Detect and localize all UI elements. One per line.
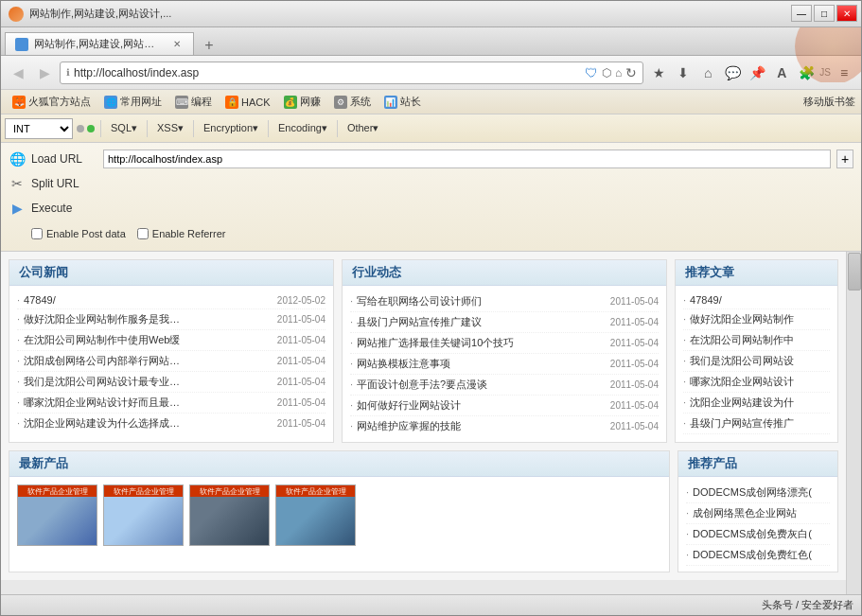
int-select[interactable]: INT STRING: [5, 118, 73, 139]
back-button[interactable]: ◀: [7, 62, 29, 84]
news-header: 公司新闻: [9, 260, 333, 286]
new-products-header: 最新产品: [9, 451, 669, 477]
split-url-row: ✂ Split URL: [9, 171, 853, 196]
content-inner: 公司新闻 47849/ 2012-05-02 做好沈阳企业网站制作服务是我们的 …: [1, 252, 846, 580]
bookmark-coding[interactable]: ⌨ 编程: [169, 93, 218, 111]
bookmark-common[interactable]: 🌐 常用网址: [98, 93, 167, 111]
news-item: 我们是沈阳公司网站设计最专业的公 2011-05-04: [17, 372, 325, 393]
hack-panel: 🌐 Load URL http://localhost/index.asp + …: [1, 143, 861, 252]
recommend-section: 推荐文章 47849/ 做好沈阳企业网站制作 在沈阳公司网站制作中 我们是沈阳公…: [675, 259, 838, 443]
bookmark-mobile[interactable]: 移动版书签: [803, 95, 855, 109]
recommend-item[interactable]: 47849/: [683, 291, 830, 309]
forward-button[interactable]: ▶: [33, 62, 56, 84]
tab-bar: 网站制作,网站建设,网站设计,... ✕ +: [1, 27, 861, 56]
status-bar: 头条号 / 安全爱好者: [1, 594, 861, 615]
dot-green: [87, 125, 95, 132]
news-item: 沈阳成创网络公司内部举行网站建设 2011-05-04: [17, 351, 325, 372]
dot-gray: [77, 125, 84, 132]
news-item: 做好沈阳企业网站制作服务是我们的 2011-05-04: [17, 309, 325, 330]
toolbar-encoding[interactable]: Encoding▾: [273, 120, 333, 136]
close-button[interactable]: ✕: [836, 5, 857, 22]
nav-bar: ◀ ▶ ℹ http://localhost/index.asp 🛡 ⬡ ⌂ ↻…: [1, 56, 861, 90]
industry-item: 网站维护应掌握的技能 2011-05-04: [350, 416, 659, 436]
add-button[interactable]: +: [836, 150, 853, 168]
industry-item: 平面设计创意手法?要点漫谈 2011-05-04: [350, 375, 659, 396]
recommend-item[interactable]: 县级门户网站宣传推广: [683, 414, 830, 434]
bookmark-earn[interactable]: 💰 网赚: [278, 93, 326, 111]
industry-body: 写给在职网络公司设计师们 2011-05-04 县级门户网站宣传推广建议 201…: [343, 286, 666, 442]
toolbar-sep5: [337, 120, 338, 137]
recommend-item[interactable]: 在沈阳公司网站制作中: [683, 330, 830, 351]
product-thumb[interactable]: 软件产品企业管理: [17, 484, 97, 546]
product-thumb[interactable]: 软件产品企业管理: [103, 484, 184, 546]
toolbar-sep1: [100, 120, 101, 137]
home-button[interactable]: ⌂: [696, 62, 719, 84]
industry-item: 如何做好行业网站设计 2011-05-04: [350, 396, 659, 416]
tab-active[interactable]: 网站制作,网站建设,网站设计,... ✕: [5, 32, 194, 55]
industry-item: 网站换模板注意事项 2011-05-04: [350, 354, 659, 375]
enable-referrer-checkbox[interactable]: Enable Referrer: [137, 228, 226, 239]
tab-close-icon[interactable]: ✕: [170, 38, 184, 51]
toolbar-encryption[interactable]: Encryption▾: [198, 120, 264, 136]
recommend-products-section: 推荐产品 DODECMS成创网络漂亮( 成创网络黑色企业网站 DODECMS成创…: [677, 450, 838, 572]
product-link[interactable]: DODECMS成创免费灰白(: [686, 524, 830, 545]
execute-icon: ▶: [9, 200, 26, 217]
download-button[interactable]: ⬇: [672, 62, 695, 84]
product-thumb[interactable]: 软件产品企业管理: [189, 484, 270, 546]
lock-icon: ℹ: [66, 67, 70, 78]
pin-button[interactable]: 📌: [746, 62, 768, 84]
bookmark-system-icon: ⚙: [334, 96, 347, 109]
toolbar-other[interactable]: Other▾: [342, 120, 385, 136]
star-button[interactable]: ★: [647, 62, 670, 84]
scrollbar[interactable]: [846, 252, 861, 601]
recommend-item[interactable]: 我们是沈阳公司网站设: [683, 351, 830, 372]
toolbar-sql[interactable]: SQL▾: [105, 120, 143, 136]
bookmark-hack[interactable]: 🔒 HACK: [220, 94, 276, 111]
industry-item: 网站推广选择最佳关键词10个技巧 2011-05-04: [350, 333, 659, 354]
chat-button[interactable]: 💬: [721, 62, 744, 84]
load-url-row: 🌐 Load URL http://localhost/index.asp +: [9, 147, 853, 171]
bookmark-icon: ⬡: [602, 66, 611, 79]
title-bar: 网站制作,网站建设,网站设计,... — □ ✕: [1, 1, 861, 27]
home-icon: ⌂: [615, 66, 622, 79]
recommend-item[interactable]: 做好沈阳企业网站制作: [683, 309, 830, 330]
execute-row: ▶ Execute: [9, 196, 853, 220]
bookmarks-bar: 🦊 火狐官方站点 🌐 常用网址 ⌨ 编程 🔒 HACK 💰 网赚 ⚙ 系统 📊 …: [1, 90, 861, 114]
bottom-row: 最新产品 软件产品企业管理 软件产品企业管理: [9, 450, 838, 572]
bookmark-earn-icon: 💰: [284, 96, 297, 109]
split-url-label: Split URL: [31, 177, 97, 190]
bookmark-system[interactable]: ⚙ 系统: [328, 93, 377, 111]
product-thumb[interactable]: 软件产品企业管理: [275, 484, 356, 546]
window-title: 网站制作,网站建设,网站设计,...: [29, 7, 171, 21]
scrollbar-thumb[interactable]: [848, 253, 861, 290]
recommend-item[interactable]: 沈阳企业网站建设为什: [683, 393, 830, 414]
maximize-button[interactable]: □: [814, 5, 835, 22]
split-url-icon: ✂: [9, 175, 26, 192]
product-link[interactable]: 成创网络黑色企业网站: [686, 503, 830, 524]
recommend-item[interactable]: 哪家沈阳企业网站设计: [683, 372, 830, 393]
post-checkbox-input[interactable]: [31, 228, 43, 239]
bookmark-webmaster[interactable]: 📊 站长: [378, 93, 427, 111]
product-link[interactable]: DODECMS成创网络漂亮(: [686, 483, 830, 503]
enable-post-checkbox[interactable]: Enable Post data: [31, 228, 126, 239]
new-tab-button[interactable]: +: [198, 36, 220, 55]
execute-label: Execute: [31, 202, 97, 215]
product-link[interactable]: DODECMS成创免费红色(: [686, 545, 830, 566]
bookmark-coding-icon: ⌨: [175, 96, 188, 109]
bookmark-firefox-icon: 🦊: [12, 96, 26, 109]
industry-item: 县级门户网站宣传推广建议 2011-05-04: [350, 312, 659, 333]
industry-item: 写给在职网络公司设计师们 2011-05-04: [350, 291, 659, 312]
industry-header: 行业动态: [343, 260, 666, 286]
enable-post-label: Enable Post data: [46, 228, 126, 239]
bookmark-common-icon: 🌐: [104, 96, 117, 109]
minimize-button[interactable]: —: [791, 5, 812, 22]
toolbar-sep4: [268, 120, 269, 137]
reload-button[interactable]: ↻: [625, 65, 637, 80]
address-input[interactable]: http://localhost/index.asp: [74, 66, 581, 79]
url-input[interactable]: http://localhost/index.asp: [103, 150, 831, 168]
toolbar-xss[interactable]: XSS▾: [151, 120, 189, 136]
bookmark-firefox[interactable]: 🦊 火狐官方站点: [7, 93, 97, 111]
news-item: 47849/ 2012-05-02: [17, 291, 325, 309]
referrer-checkbox-input[interactable]: [137, 228, 149, 239]
news-item: 沈阳企业网站建设为什么选择成创网 2011-05-04: [17, 414, 325, 433]
